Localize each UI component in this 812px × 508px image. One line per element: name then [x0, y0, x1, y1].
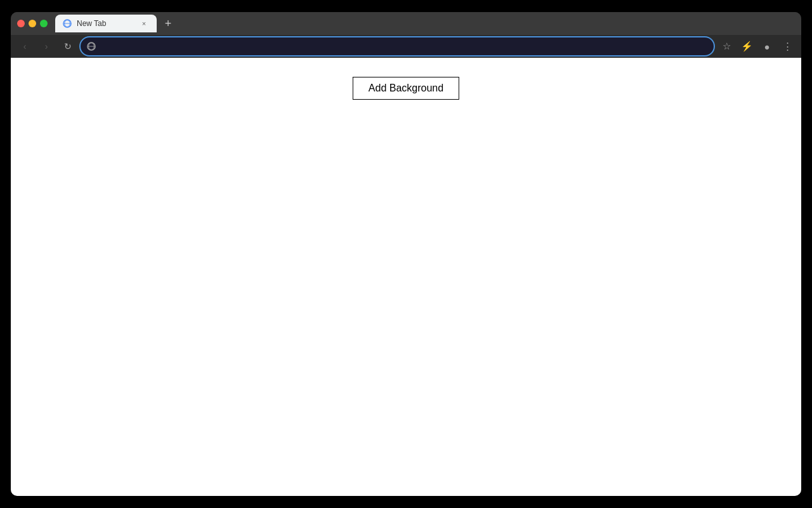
add-background-button[interactable]: Add Background	[353, 77, 459, 100]
active-tab[interactable]: New Tab ×	[55, 15, 157, 32]
traffic-lights	[17, 20, 48, 27]
minimize-button[interactable]	[29, 20, 36, 27]
tab-bar: New Tab × +	[55, 15, 795, 32]
close-button[interactable]	[17, 20, 25, 27]
url-favicon-icon	[87, 42, 96, 51]
forward-button[interactable]: ›	[37, 37, 55, 55]
browser-window: New Tab × + ‹ › ↻ ☆ ⚡ ● ⋮	[11, 12, 801, 496]
page-content: Add Background	[11, 58, 801, 496]
account-icon[interactable]: ●	[758, 37, 776, 55]
reload-button[interactable]: ↻	[59, 37, 77, 55]
address-bar: ‹ › ↻ ☆ ⚡ ● ⋮	[11, 35, 801, 58]
menu-icon[interactable]: ⋮	[778, 37, 796, 55]
bookmark-icon[interactable]: ☆	[717, 37, 735, 55]
tab-title: New Tab	[77, 19, 134, 28]
url-input[interactable]	[100, 42, 707, 51]
back-button[interactable]: ‹	[16, 37, 34, 55]
toolbar-right: ☆ ⚡ ● ⋮	[717, 37, 796, 55]
extension-icon[interactable]: ⚡	[738, 37, 756, 55]
tab-favicon-icon	[63, 19, 72, 28]
title-bar: New Tab × +	[11, 12, 801, 35]
tab-close-button[interactable]: ×	[139, 18, 149, 29]
url-bar[interactable]	[81, 37, 714, 55]
maximize-button[interactable]	[40, 20, 48, 27]
new-tab-button[interactable]: +	[159, 15, 177, 32]
